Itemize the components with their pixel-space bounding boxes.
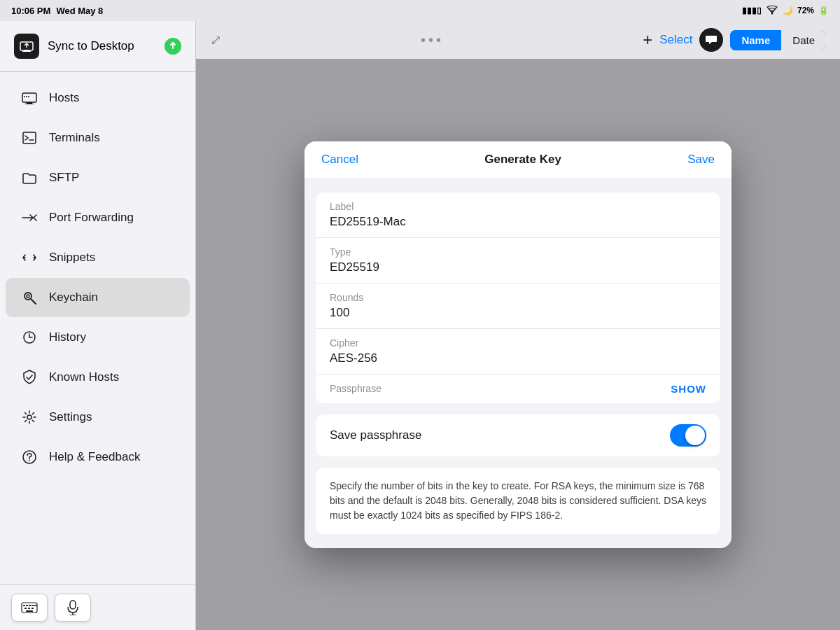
- svg-point-0: [771, 13, 773, 14]
- svg-rect-11: [23, 132, 36, 144]
- save-button[interactable]: Save: [687, 153, 715, 167]
- sidebar-item-history-label: History: [49, 330, 86, 344]
- sidebar-item-known-hosts-label: Known Hosts: [49, 370, 119, 384]
- generate-key-modal: Cancel Generate Key Save Label: [304, 141, 732, 548]
- snippets-icon: [20, 248, 39, 267]
- modal-title: Generate Key: [484, 153, 561, 167]
- status-date: Wed May 8: [56, 6, 103, 16]
- svg-rect-25: [34, 605, 36, 606]
- toggle-knob: [685, 426, 705, 445]
- sync-to-desktop[interactable]: Sync to Desktop: [0, 21, 195, 72]
- sftp-icon: [20, 168, 39, 188]
- svg-point-19: [29, 460, 30, 461]
- settings-icon: [20, 407, 39, 427]
- known-hosts-icon: [20, 368, 39, 387]
- status-bar: 10:06 PM Wed May 8 ▮▮▮▯ 🌙 72% 🔋: [0, 0, 840, 21]
- label-input[interactable]: [330, 215, 706, 229]
- sidebar-item-keychain-label: Keychain: [49, 290, 98, 304]
- save-passphrase-label: Save passphrase: [330, 428, 421, 442]
- svg-rect-5: [22, 93, 36, 102]
- rounds-field-label: Rounds: [330, 292, 706, 303]
- main-body: Cancel Generate Key Save Label: [196, 59, 840, 630]
- port-forwarding-icon: [20, 208, 39, 227]
- select-button[interactable]: Select: [659, 33, 692, 47]
- battery-icon: 🔋: [818, 6, 829, 15]
- sidebar-item-known-hosts[interactable]: Known Hosts: [6, 358, 190, 397]
- sidebar: Sync to Desktop: [0, 21, 196, 630]
- type-field-row: Type ED25519: [316, 238, 720, 284]
- svg-rect-22: [26, 605, 28, 606]
- cipher-field-value: AES-256: [330, 351, 706, 365]
- type-field-value: ED25519: [330, 260, 706, 274]
- main-toolbar: ⤢ ••• + Select Name Date: [196, 21, 840, 59]
- sidebar-item-hosts-label: Hosts: [49, 91, 79, 105]
- sidebar-item-port-forwarding[interactable]: Port Forwarding: [6, 198, 190, 237]
- info-text: Specify the number of bits in the key to…: [330, 479, 706, 523]
- sync-badge: [164, 38, 181, 55]
- info-section: Specify the number of bits in the key to…: [316, 468, 720, 534]
- cipher-field-row: Cipher AES-256: [316, 329, 720, 374]
- show-passphrase-button[interactable]: SHOW: [671, 383, 706, 395]
- svg-line-14: [31, 299, 36, 304]
- label-field-row: Label: [316, 192, 720, 238]
- battery-label: 72%: [797, 6, 814, 15]
- rounds-field-value: 100: [330, 306, 706, 320]
- sidebar-item-sftp-label: SFTP: [49, 171, 79, 185]
- type-field-label: Type: [330, 246, 706, 258]
- svg-point-15: [27, 295, 29, 298]
- svg-rect-6: [27, 102, 32, 104]
- microphone-button[interactable]: [55, 594, 91, 622]
- svg-rect-23: [29, 605, 31, 606]
- history-icon: [20, 328, 39, 347]
- sidebar-item-hosts[interactable]: Hosts: [6, 78, 190, 118]
- sidebar-item-snippets[interactable]: Snippets: [6, 238, 190, 277]
- keyboard-button[interactable]: [11, 594, 48, 622]
- sync-icon: [14, 34, 39, 59]
- sidebar-item-settings-label: Settings: [49, 410, 92, 424]
- more-dots[interactable]: •••: [421, 32, 444, 48]
- moon-icon: 🌙: [783, 6, 793, 15]
- keychain-icon: [20, 288, 39, 307]
- sidebar-item-history[interactable]: History: [6, 318, 190, 357]
- sync-label: Sync to Desktop: [48, 39, 156, 53]
- label-field-label: Label: [330, 201, 706, 212]
- save-passphrase-row: Save passphrase: [316, 414, 720, 456]
- svg-rect-26: [24, 608, 27, 609]
- svg-rect-24: [31, 605, 34, 606]
- cipher-field-label: Cipher: [330, 337, 706, 349]
- sidebar-item-help[interactable]: Help & Feedback: [6, 438, 190, 477]
- svg-rect-21: [23, 605, 25, 606]
- svg-rect-3: [22, 51, 31, 52]
- terminals-icon: [20, 128, 39, 148]
- sidebar-item-settings[interactable]: Settings: [6, 398, 190, 437]
- svg-rect-30: [70, 601, 76, 609]
- sidebar-item-sftp[interactable]: SFTP: [6, 158, 190, 197]
- expand-icon[interactable]: ⤢: [210, 31, 222, 48]
- signal-icon: ▮▮▮▯: [742, 6, 762, 15]
- hosts-icon: [20, 88, 39, 108]
- sidebar-item-help-label: Help & Feedback: [49, 450, 140, 464]
- sidebar-item-terminals[interactable]: Terminals: [6, 118, 190, 158]
- main-content: ⤢ ••• + Select Name Date: [196, 21, 840, 630]
- sort-name-button[interactable]: Name: [730, 30, 781, 50]
- modal-overlay[interactable]: Cancel Generate Key Save Label: [196, 59, 840, 630]
- sidebar-item-port-forwarding-label: Port Forwarding: [49, 211, 134, 225]
- save-passphrase-toggle[interactable]: [670, 424, 706, 447]
- sort-buttons: Name Date: [730, 30, 826, 50]
- app-container: Sync to Desktop: [0, 21, 840, 630]
- sort-date-button[interactable]: Date: [781, 30, 826, 50]
- svg-rect-7: [25, 104, 34, 104]
- passphrase-field-row: Passphrase SHOW: [316, 374, 720, 403]
- svg-rect-27: [28, 608, 30, 609]
- passphrase-field-label: Passphrase: [330, 383, 382, 394]
- sidebar-item-terminals-label: Terminals: [49, 131, 100, 145]
- chat-icon[interactable]: [699, 28, 723, 52]
- cancel-button[interactable]: Cancel: [321, 153, 358, 167]
- sidebar-item-keychain[interactable]: Keychain: [6, 278, 190, 317]
- add-button[interactable]: +: [643, 30, 652, 50]
- svg-rect-2: [24, 50, 29, 51]
- help-icon: [20, 447, 39, 467]
- modal-body: Label Type ED25519 Rounds 1: [304, 178, 732, 548]
- sidebar-item-snippets-label: Snippets: [49, 251, 95, 265]
- keyboard-bar: [0, 584, 195, 630]
